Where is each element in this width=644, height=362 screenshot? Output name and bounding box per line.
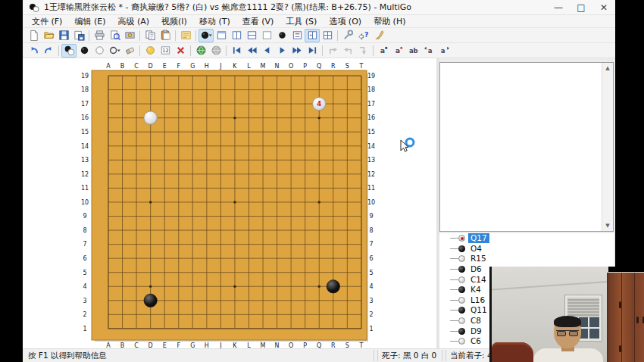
menu-item-1[interactable]: 编辑 (E) (68, 15, 111, 28)
undo-icon[interactable] (26, 44, 41, 58)
nav-last-icon[interactable] (305, 44, 320, 58)
new-icon[interactable] (26, 29, 41, 42)
stone-dropdown-icon[interactable] (107, 44, 122, 58)
webcam-person-glasses (556, 330, 579, 336)
tree-branch-line (450, 238, 458, 239)
nav-prev-icon[interactable] (259, 44, 274, 58)
eraser-icon[interactable] (122, 44, 137, 58)
svg-text:2: 2 (369, 311, 373, 318)
white-stone-icon (458, 276, 465, 283)
nav-first-icon[interactable] (229, 44, 244, 58)
properties-icon[interactable] (178, 29, 193, 42)
comment-panel[interactable]: ▲ ▼ (439, 62, 614, 232)
view-split-vertical-icon[interactable] (229, 29, 244, 42)
branch-up-icon[interactable] (325, 44, 340, 58)
layout-board-tree-icon[interactable] (305, 29, 320, 42)
save-as-icon[interactable] (71, 29, 86, 42)
paste-icon[interactable] (158, 29, 173, 42)
scroll-up-icon[interactable]: ▲ (602, 63, 613, 73)
tree-branch-line (450, 269, 458, 270)
find-a1-icon[interactable]: a (376, 44, 391, 58)
play-mode-icon[interactable] (199, 29, 214, 42)
view-stone-icon[interactable] (274, 29, 289, 42)
svg-text:4: 4 (317, 100, 321, 108)
svg-text:11: 11 (367, 185, 375, 192)
menu-item-4[interactable]: 移动 (T) (193, 15, 236, 28)
label-letter-icon[interactable] (142, 44, 158, 58)
toolbar-separator (139, 30, 140, 41)
layout-all-icon[interactable] (320, 29, 335, 42)
branch-next-icon[interactable] (355, 44, 370, 58)
delete-move-icon[interactable] (173, 44, 188, 58)
find-prev-label-icon[interactable]: a (421, 44, 436, 58)
nav-next-fast-icon[interactable] (289, 44, 305, 58)
comment-scrollbar[interactable]: ▲ ▼ (602, 63, 613, 231)
tree-branch-line (450, 289, 458, 290)
context-help-icon[interactable]: ? (355, 29, 370, 42)
nav-next-icon[interactable] (274, 44, 289, 58)
globe-gray-icon[interactable] (208, 44, 224, 58)
svg-text:16: 16 (81, 114, 89, 121)
brush-icon[interactable] (370, 29, 386, 42)
menu-item-6[interactable]: 工具 (S) (280, 15, 323, 28)
tools-icon[interactable] (340, 29, 355, 42)
svg-text:P: P (303, 63, 307, 70)
toolbar-separator (195, 30, 196, 41)
tree-move-label: R15 (468, 254, 489, 264)
tree-move-label: Q11 (468, 305, 489, 315)
layout-tree-icon[interactable] (289, 29, 305, 42)
label-number-icon[interactable]: 12 (158, 44, 173, 58)
nav-prev-fast-icon[interactable] (244, 44, 259, 58)
find-ab-icon[interactable]: ab (406, 44, 421, 58)
close-button[interactable]: ✕ (592, 0, 615, 14)
page-setup-icon[interactable] (122, 29, 137, 42)
print-icon[interactable] (92, 29, 107, 42)
svg-text:F: F (177, 63, 180, 70)
menu-item-8[interactable]: 帮助 (H) (367, 15, 411, 28)
menu-item-3[interactable]: 视频(I) (155, 15, 193, 28)
copy-icon[interactable] (142, 29, 158, 42)
find-next-label-icon[interactable]: a (436, 44, 452, 58)
minimize-button[interactable]: — (547, 0, 570, 14)
svg-text:5: 5 (369, 270, 373, 276)
print-preview-icon[interactable] (107, 29, 122, 42)
svg-text:18: 18 (367, 86, 375, 93)
svg-text:13: 13 (81, 157, 89, 164)
save-icon[interactable] (56, 29, 71, 42)
redo-icon[interactable] (41, 44, 56, 58)
mouse-cursor (397, 136, 417, 158)
tree-move-row[interactable]: Q17 (439, 233, 614, 244)
webcam-person-hair (554, 316, 581, 327)
tree-move-row[interactable]: R15 (439, 254, 614, 264)
white-stone-icon[interactable] (92, 44, 107, 58)
tree-move-label: O4 (468, 244, 484, 254)
tree-move-row[interactable]: O4 (439, 244, 614, 254)
view-split-horizontal-icon[interactable] (244, 29, 259, 42)
status-help-text: 按 F1 以得到帮助信息 (24, 350, 374, 361)
branch-prev-icon[interactable] (340, 44, 355, 58)
menu-item-0[interactable]: 文件 (F) (26, 15, 68, 28)
view-plain-icon[interactable] (259, 29, 274, 42)
go-board[interactable]: AABBCCDDEEFFGGHHJJKKLLMMNNOOPPQQRRSSTT19… (78, 61, 377, 350)
globe-icon[interactable] (193, 44, 208, 58)
status-captures: 死子: 黑 0 白 0 (377, 350, 442, 361)
black-stone-icon (458, 286, 465, 293)
tree-move-label: Q17 (468, 233, 489, 243)
menu-item-7[interactable]: 选项 (O) (323, 15, 367, 28)
menu-item-2[interactable]: 高级 (A) (111, 15, 155, 28)
svg-text:11: 11 (81, 185, 89, 192)
maximize-button[interactable]: □ (570, 0, 592, 14)
black-stone-icon[interactable] (77, 44, 92, 58)
menu-item-5[interactable]: 查看 (V) (236, 15, 280, 28)
svg-text:9: 9 (83, 213, 86, 220)
alternate-stones-icon[interactable] (61, 44, 77, 58)
view-full-icon[interactable] (214, 29, 229, 42)
svg-text:D: D (148, 63, 153, 70)
scroll-down-icon[interactable]: ▼ (602, 220, 613, 231)
svg-text:B: B (120, 63, 125, 70)
svg-text:18: 18 (81, 86, 89, 93)
svg-text:16: 16 (367, 114, 375, 121)
open-icon[interactable] (41, 29, 56, 42)
find-a2-icon[interactable]: a (391, 44, 406, 58)
toolbar-separator (139, 45, 140, 56)
